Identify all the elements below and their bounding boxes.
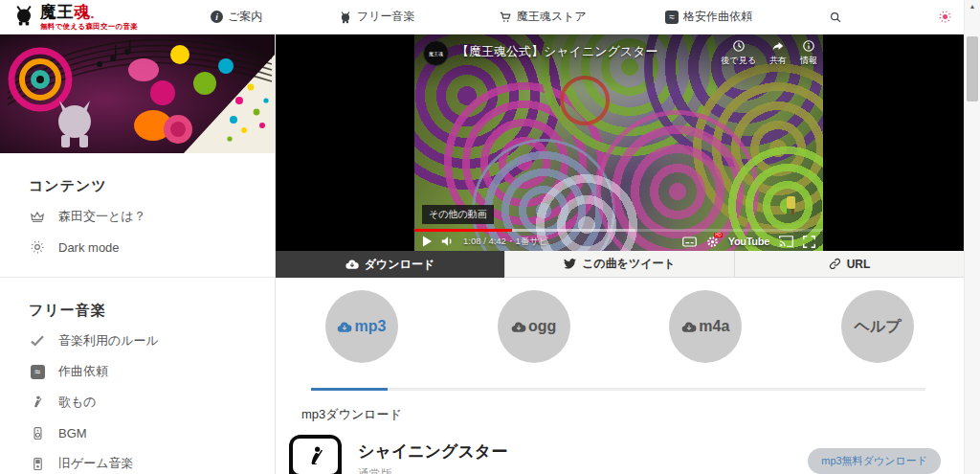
compose-icon: ≈ (665, 11, 679, 24)
video-time: 1:08 / 4:42・1番サビ (463, 236, 548, 248)
speaker-icon (29, 424, 46, 441)
download-cloud-icon (345, 259, 359, 270)
volume-icon[interactable] (441, 236, 455, 247)
brand-title: 魔王魂。 (40, 3, 100, 21)
tab-url[interactable]: URL (734, 251, 964, 278)
sidebar-item-dark-mode[interactable]: Dark mode (0, 232, 275, 262)
tab-tweet[interactable]: この曲をツイート (504, 251, 734, 278)
info-icon: i (211, 11, 223, 23)
sidebar-divider (0, 277, 275, 278)
brand-tagline: 無料で使える森田交一の音楽 (40, 23, 138, 31)
format-scroll-indicator[interactable] (311, 388, 388, 391)
watch-later-button[interactable]: 後で見る (722, 39, 756, 67)
info-button[interactable]: 情報 (800, 39, 817, 67)
robot-icon (339, 11, 352, 24)
format-scroll-track (311, 388, 925, 391)
tab-bar: ダウンロード この曲をツイート URL (276, 251, 964, 278)
format-button-m4a[interactable]: m4a (669, 290, 742, 363)
share-button[interactable]: 共有 (769, 39, 787, 67)
cart-icon (499, 11, 512, 24)
wave-square-icon: ≈ (29, 363, 46, 380)
song-title: シャイニングスター (358, 440, 507, 463)
nav-item-free-music[interactable]: フリー音楽 (339, 0, 415, 34)
video-character-sprite (787, 196, 795, 209)
info-circle-icon (802, 39, 815, 53)
nav-item-commission[interactable]: ≈ 格安作曲依頼 (665, 0, 752, 34)
download-cloud-icon (681, 321, 697, 333)
link-icon (829, 258, 841, 270)
twitter-icon (564, 259, 576, 269)
video-actions: 後で見る 共有 情報 (722, 39, 817, 67)
fullscreen-icon[interactable] (803, 236, 815, 248)
top-nav: 魔王魂。 無料で使える森田交一の音楽 i ご案内 フリー音楽 魔王魂ストア (0, 0, 964, 34)
crown-icon (29, 208, 46, 225)
sidebar-heading-free-music: フリー音楽 (29, 302, 275, 320)
sidebar-item-commission[interactable]: ≈ 作曲依頼 (0, 356, 275, 387)
robot-logo-icon (12, 4, 35, 27)
sidebar-item-retro-game-music[interactable]: 旧ゲーム音楽 (0, 448, 275, 474)
channel-avatar[interactable]: 魔王魂 (423, 40, 449, 66)
nav-item-store[interactable]: 魔王魂ストア (499, 0, 587, 34)
settings-gear-icon[interactable]: HD (706, 236, 719, 248)
video-controls: 1:08 / 4:42・1番サビ HD YouTube (414, 232, 823, 251)
download-panel: mp3 ogg (276, 278, 964, 474)
youtube-logo[interactable]: YouTube (728, 236, 769, 247)
format-buttons: mp3 ogg (276, 290, 964, 376)
brightness-icon (29, 238, 46, 256)
help-button[interactable]: ヘルプ (841, 290, 914, 363)
sidebar-banner-art[interactable] (0, 34, 275, 153)
sidebar-item-about-morita[interactable]: 森田交一とは？ (0, 201, 275, 232)
cast-icon[interactable] (779, 236, 793, 247)
download-cloud-icon (511, 321, 526, 333)
play-button[interactable] (422, 236, 433, 247)
section-title: mp3ダウンロード (301, 406, 964, 423)
video-frame[interactable]: 魔王魂 【魔王魂公式】シャイニングスター 後で見る (414, 34, 823, 251)
subtitles-icon[interactable] (682, 237, 697, 247)
share-arrow-icon (771, 39, 785, 53)
search-icon (829, 11, 842, 24)
sidebar-heading-contents: コンテンツ (29, 177, 275, 195)
video-title[interactable]: 【魔王魂公式】シャイニングスター (457, 43, 657, 60)
sidebar-item-music-rules[interactable]: 音楽利用のルール (0, 326, 275, 356)
nav-theme-toggle[interactable] (938, 0, 952, 34)
sidebar-item-vocal-songs[interactable]: 歌もの (0, 387, 275, 418)
song-variant: 通常版 (358, 466, 507, 474)
song-thumbnail[interactable]: 歌入り (289, 435, 342, 474)
sidebar: コンテンツ 森田交一とは？ Dark mode フリー音楽 音楽利用のルール ≈… (0, 34, 276, 474)
clock-icon (732, 39, 746, 53)
singer-icon (29, 394, 46, 411)
nav-item-guide[interactable]: i ご案内 (211, 0, 262, 34)
hd-badge: HD (714, 233, 723, 237)
nav-search-button[interactable] (829, 0, 842, 34)
brand-logo[interactable]: 魔王魂。 無料で使える森田交一の音楽 (12, 4, 138, 31)
mp3-download-button[interactable]: mp3無料ダウンロード (808, 448, 941, 474)
scroll-up-arrow[interactable]: ▲ (965, 0, 980, 12)
more-videos-label[interactable]: その他の動画 (422, 205, 494, 224)
download-cloud-icon (337, 321, 352, 333)
brightness-icon (938, 10, 952, 24)
song-row: 歌入り シャイニングスター 通常版 mp3無料ダウンロード (289, 435, 941, 474)
format-button-ogg[interactable]: ogg (498, 290, 570, 363)
scrollbar-thumb[interactable] (967, 36, 978, 102)
handheld-game-icon (29, 455, 46, 472)
video-player-container: 魔王魂 【魔王魂公式】シャイニングスター 後で見る (276, 34, 964, 251)
format-button-mp3[interactable]: mp3 (325, 290, 398, 363)
singer-icon (303, 444, 328, 469)
tab-download[interactable]: ダウンロード (276, 251, 504, 278)
main-content: 魔王魂 【魔王魂公式】シャイニングスター 後で見る (276, 34, 964, 474)
page-scrollbar[interactable]: ▲ (964, 0, 980, 474)
check-icon (29, 332, 46, 350)
sidebar-item-bgm[interactable]: BGM (0, 418, 275, 448)
